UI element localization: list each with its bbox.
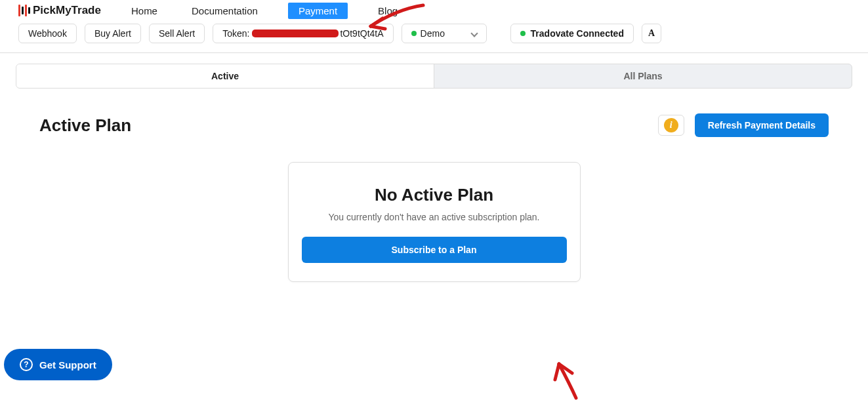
connection-label: Tradovate Connected bbox=[531, 28, 624, 39]
token-field[interactable]: Token: tOt9tQt4tA bbox=[213, 24, 393, 43]
annotation-arrow-bottom bbox=[545, 357, 590, 400]
webhook-button[interactable]: Webhook bbox=[18, 24, 77, 43]
page-title: Active Plan bbox=[39, 115, 131, 136]
connection-status[interactable]: Tradovate Connected bbox=[510, 24, 634, 43]
plan-tabs: Active All Plans bbox=[16, 64, 852, 89]
logo-bars-icon bbox=[18, 5, 30, 16]
token-label: Token: bbox=[222, 28, 249, 39]
environment-select[interactable]: Demo bbox=[402, 24, 487, 43]
chevron-down-icon bbox=[470, 30, 478, 37]
status-dot-icon bbox=[520, 31, 526, 36]
sell-alert-button[interactable]: Sell Alert bbox=[149, 24, 205, 43]
info-button[interactable]: i bbox=[658, 115, 684, 136]
nav-payment[interactable]: Payment bbox=[288, 3, 348, 19]
nav-home[interactable]: Home bbox=[127, 3, 161, 19]
no-plan-card: No Active Plan You currently don't have … bbox=[288, 162, 581, 282]
avatar-letter: A bbox=[648, 28, 655, 39]
refresh-payment-button[interactable]: Refresh Payment Details bbox=[695, 113, 829, 137]
environment-selected: Demo bbox=[421, 28, 445, 39]
support-label: Get Support bbox=[39, 359, 96, 370]
get-support-button[interactable]: ? Get Support bbox=[4, 349, 112, 380]
question-icon: ? bbox=[20, 358, 33, 371]
card-title: No Active Plan bbox=[302, 185, 567, 205]
token-suffix: tOt9tQt4tA bbox=[340, 28, 383, 39]
tab-all-plans[interactable]: All Plans bbox=[434, 64, 852, 88]
brand-logo[interactable]: PickMyTrade bbox=[18, 4, 101, 17]
card-subtitle: You currently don't have an active subsc… bbox=[302, 212, 567, 222]
main-content: Active Plan i Refresh Payment Details No… bbox=[0, 89, 868, 282]
buy-alert-button[interactable]: Buy Alert bbox=[85, 24, 141, 43]
subscribe-button[interactable]: Subscribe to a Plan bbox=[302, 237, 567, 263]
nav-documentation[interactable]: Documentation bbox=[188, 3, 262, 19]
brand-name: PickMyTrade bbox=[33, 4, 101, 17]
tab-active[interactable]: Active bbox=[16, 64, 434, 88]
info-icon: i bbox=[664, 118, 678, 132]
nav-blog[interactable]: Blog bbox=[374, 3, 402, 19]
token-redacted-marker bbox=[253, 30, 338, 37]
top-nav: PickMyTrade Home Documentation Payment B… bbox=[0, 0, 868, 53]
status-dot-icon bbox=[411, 31, 417, 36]
avatar-button[interactable]: A bbox=[642, 24, 661, 43]
